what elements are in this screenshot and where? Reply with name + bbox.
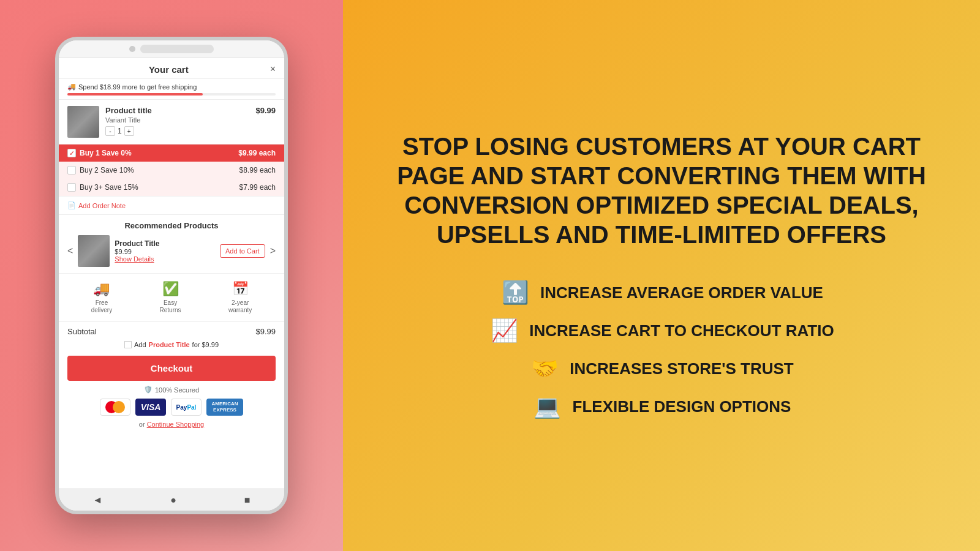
qty-decrease-button[interactable]: -	[105, 126, 115, 136]
benefit-item-4: 💻 FLEXIBLE DESIGN OPTIONS	[532, 394, 791, 419]
secured-text: 100% Secured	[155, 386, 199, 394]
shipping-icon: 🚚	[67, 83, 76, 91]
shipping-progress-fill	[67, 93, 203, 96]
benefit-text-3: INCREASES STORE'S TRUST	[570, 359, 793, 378]
phone-bottom-bar: ◄ ● ■	[59, 489, 284, 511]
trust-badge-warranty: 📅 2-yearwarranty	[228, 281, 252, 314]
cart-title: Your cart	[149, 64, 189, 75]
subtotal-label: Subtotal	[67, 327, 97, 336]
right-panel: STOP LOSING CUSTOMERS AT YOUR CART PAGE …	[343, 0, 980, 551]
rec-show-details-link[interactable]: Show Details	[115, 255, 215, 263]
shipping-text: 🚚 Spend $18.99 more to get free shipping	[67, 83, 276, 91]
upsell-product-link[interactable]: Product Title	[149, 341, 190, 348]
bundle-checkbox-1[interactable]	[67, 149, 76, 157]
benefit-item-1: 🔝 INCREASE AVERAGE ORDER VALUE	[500, 280, 823, 305]
main-headline: STOP LOSING CUSTOMERS AT YOUR CART PAGE …	[392, 132, 931, 249]
benefits-list: 🔝 INCREASE AVERAGE ORDER VALUE 📈 INCREAS…	[489, 280, 834, 419]
rec-product-info: Product Title $9.99 Show Details	[115, 239, 215, 263]
bundle-checkbox-2[interactable]	[67, 166, 76, 174]
cart-close-button[interactable]: ×	[270, 64, 276, 75]
shipping-bar: 🚚 Spend $18.99 more to get free shipping	[59, 79, 284, 100]
checkout-button[interactable]: Checkout	[67, 356, 276, 381]
benefit-item-3: 🤝 INCREASES STORE'S TRUST	[529, 356, 793, 381]
bundle-price-1: $9.99 each	[238, 149, 276, 157]
qty-increase-button[interactable]: +	[124, 126, 134, 136]
subtotal-value: $9.99	[255, 327, 276, 336]
bundle-price-2: $8.99 each	[239, 166, 276, 174]
add-order-note[interactable]: 📄 Add Order Note	[59, 196, 284, 215]
upsell-price: for $9.99	[192, 341, 219, 348]
product-image	[67, 106, 99, 138]
product-name: Product title	[105, 106, 152, 115]
benefit-item-2: 📈 INCREASE CART TO CHECKOUT RATIO	[489, 318, 834, 343]
rec-product-price: $9.99	[115, 248, 215, 255]
bundle-option-1[interactable]: Buy 1 Save 0% $9.99 each	[59, 144, 284, 162]
subtotal-row: Subtotal $9.99	[59, 322, 284, 339]
cart-container: Your cart × 🚚 Spend $18.99 more to get f…	[59, 58, 284, 432]
upsell-row: Add Product Title for $9.99	[59, 339, 284, 351]
mc-circles	[105, 401, 125, 413]
phone-top-bar	[59, 40, 284, 58]
product-image-inner	[67, 106, 99, 138]
product-top-row: Product title $9.99	[105, 106, 276, 115]
benefit-emoji-3: 🤝	[529, 356, 560, 381]
benefit-text-4: FLEXIBLE DESIGN OPTIONS	[573, 397, 791, 416]
nav-home-button[interactable]: ●	[170, 495, 176, 506]
carousel-prev-button[interactable]: <	[67, 246, 73, 257]
product-info: Product title $9.99 Variant Title - 1 +	[105, 106, 276, 136]
bundle-option-3[interactable]: Buy 3+ Save 15% $7.99 each	[59, 179, 284, 196]
nav-back-button[interactable]: ◄	[92, 495, 102, 506]
trust-badge-delivery: 🚚 Freedelivery	[91, 281, 112, 314]
phone-address-bar	[140, 45, 214, 53]
continue-text: or	[139, 421, 145, 428]
returns-label: EasyReturns	[160, 299, 181, 314]
qty-value: 1	[118, 127, 122, 135]
secured-icon: 🛡️	[144, 386, 153, 394]
secured-row: 🛡️ 100% Secured	[59, 386, 284, 394]
continue-shopping: or Continue Shopping	[59, 421, 284, 432]
returns-icon: ✅	[162, 281, 179, 297]
product-variant: Variant Title	[105, 116, 276, 124]
phone-mockup: Your cart × 🚚 Spend $18.99 more to get f…	[55, 37, 288, 514]
left-panel: Your cart × 🚚 Spend $18.99 more to get f…	[0, 0, 343, 551]
phone-content: Your cart × 🚚 Spend $18.99 more to get f…	[59, 58, 284, 489]
note-icon: 📄	[67, 201, 76, 209]
upsell-text: Add	[134, 341, 146, 348]
trust-badges: 🚚 Freedelivery ✅ EasyReturns 📅 2-yearwar…	[59, 274, 284, 322]
continue-link[interactable]: Continue Shopping	[147, 421, 205, 428]
bundle-checkbox-3[interactable]	[67, 183, 76, 192]
recommended-product: Product Title $9.99 Show Details Add to …	[78, 235, 265, 267]
paypal-icon: PayPal	[171, 399, 202, 416]
shipping-progress	[67, 93, 276, 96]
mc-orange-circle	[113, 401, 125, 413]
bundle-label-3: Buy 3+ Save 15%	[67, 183, 138, 192]
recommended-carousel: < Product Title $9.99 Show Details Add t…	[67, 235, 276, 267]
carousel-next-button[interactable]: >	[270, 246, 276, 257]
benefit-emoji-2: 📈	[489, 318, 519, 343]
warranty-label: 2-yearwarranty	[228, 299, 252, 314]
rec-add-to-cart-button[interactable]: Add to Cart	[220, 244, 265, 258]
warranty-icon: 📅	[232, 281, 249, 297]
delivery-label: Freedelivery	[91, 299, 112, 314]
delivery-icon: 🚚	[93, 281, 110, 297]
bundle-option-2[interactable]: Buy 2 Save 10% $8.99 each	[59, 162, 284, 179]
bundle-label-2: Buy 2 Save 10%	[67, 166, 134, 174]
bundle-label-1: Buy 1 Save 0%	[67, 149, 132, 157]
cart-header: Your cart ×	[59, 58, 284, 79]
benefit-text-1: INCREASE AVERAGE ORDER VALUE	[540, 283, 823, 302]
benefit-text-2: INCREASE CART TO CHECKOUT RATIO	[529, 321, 834, 340]
trust-badge-returns: ✅ EasyReturns	[160, 281, 181, 314]
payment-icons: VISA PayPal AMERICANEXPRESS	[59, 399, 284, 416]
nav-recent-button[interactable]: ■	[244, 495, 251, 506]
rec-product-name: Product Title	[115, 239, 215, 248]
visa-icon: VISA	[135, 399, 166, 416]
upsell-checkbox[interactable]	[124, 341, 132, 348]
benefit-emoji-4: 💻	[532, 394, 563, 419]
product-item: Product title $9.99 Variant Title - 1 +	[59, 100, 284, 144]
recommended-section: Recommended Products < Product Title $9.…	[59, 215, 284, 274]
product-price: $9.99	[255, 106, 276, 115]
phone-status-dot	[129, 46, 135, 52]
recommended-title: Recommended Products	[67, 221, 276, 230]
qty-control: - 1 +	[105, 126, 276, 136]
bundle-price-3: $7.99 each	[239, 183, 276, 192]
